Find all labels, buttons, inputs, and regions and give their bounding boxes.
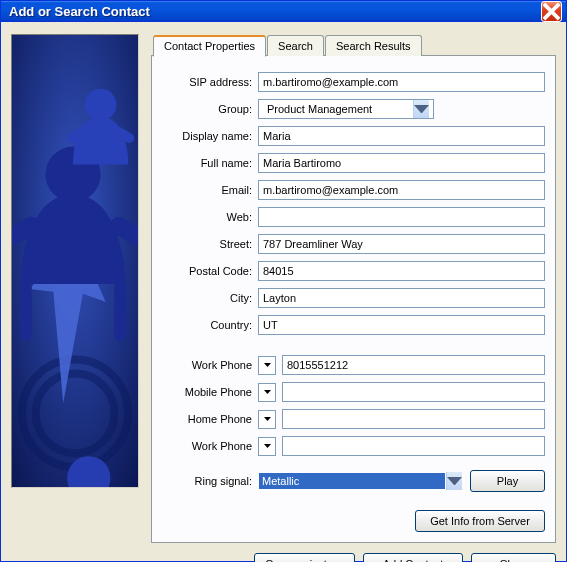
- home-phone-type-dropdown[interactable]: [258, 410, 276, 429]
- work-phone-2-input[interactable]: [282, 436, 545, 456]
- window-title: Add or Search Contact: [9, 4, 541, 19]
- bottom-bar: Communicate Add Contact Close: [11, 543, 556, 562]
- row-work-phone-2: Work Phone: [162, 434, 545, 458]
- tabs-panel: Contact Properties Search Search Results…: [151, 34, 556, 543]
- mobile-phone-type-dropdown[interactable]: [258, 383, 276, 402]
- row-display-name: Display name:: [162, 124, 545, 148]
- label-email: Email:: [162, 184, 258, 196]
- label-group: Group:: [162, 103, 258, 115]
- content-area: Contact Properties Search Search Results…: [1, 22, 566, 562]
- titlebar: Add or Search Contact: [1, 1, 566, 22]
- ring-combo[interactable]: Metallic: [258, 471, 462, 492]
- chevron-down-icon: [413, 100, 429, 118]
- tab-search[interactable]: Search: [267, 35, 324, 56]
- email-input[interactable]: [258, 180, 545, 200]
- mobile-phone-input[interactable]: [282, 382, 545, 402]
- communicate-button[interactable]: Communicate: [254, 553, 355, 562]
- work-phone-input[interactable]: [282, 355, 545, 375]
- chevron-down-icon: [337, 558, 344, 562]
- tab-strip: Contact Properties Search Search Results: [153, 34, 556, 55]
- add-contact-button[interactable]: Add Contact: [363, 553, 463, 562]
- row-home-phone: Home Phone: [162, 407, 545, 431]
- label-country: Country:: [162, 319, 258, 331]
- label-full-name: Full name:: [162, 157, 258, 169]
- label-ring: Ring signal:: [162, 475, 258, 487]
- row-group: Group: Product Management: [162, 97, 545, 121]
- label-display-name: Display name:: [162, 130, 258, 142]
- row-email: Email:: [162, 178, 545, 202]
- label-sip: SIP address:: [162, 76, 258, 88]
- group-combo[interactable]: Product Management: [258, 99, 434, 119]
- play-button[interactable]: Play: [470, 470, 545, 492]
- tab-contact-properties[interactable]: Contact Properties: [153, 35, 266, 57]
- row-city: City:: [162, 286, 545, 310]
- row-sip: SIP address:: [162, 70, 545, 94]
- communicate-label: Communicate: [265, 558, 333, 562]
- street-input[interactable]: [258, 234, 545, 254]
- label-work-phone: Work Phone: [162, 359, 258, 371]
- label-street: Street:: [162, 238, 258, 250]
- home-phone-input[interactable]: [282, 409, 545, 429]
- row-full-name: Full name:: [162, 151, 545, 175]
- spacer: [162, 340, 545, 350]
- get-info-button[interactable]: Get Info from Server: [415, 510, 545, 532]
- label-postal: Postal Code:: [162, 265, 258, 277]
- close-icon[interactable]: [541, 1, 562, 22]
- row-work-phone: Work Phone: [162, 353, 545, 377]
- work-phone-type-dropdown[interactable]: [258, 356, 276, 375]
- row-mobile-phone: Mobile Phone: [162, 380, 545, 404]
- label-mobile-phone: Mobile Phone: [162, 386, 258, 398]
- work-phone-2-type-dropdown[interactable]: [258, 437, 276, 456]
- full-name-input[interactable]: [258, 153, 545, 173]
- sidebar-illustration: [11, 34, 139, 488]
- close-button[interactable]: Close: [471, 553, 556, 562]
- group-value: Product Management: [263, 103, 413, 115]
- row-postal: Postal Code:: [162, 259, 545, 283]
- main-area: Contact Properties Search Search Results…: [11, 34, 556, 543]
- row-get-info: Get Info from Server: [162, 510, 545, 532]
- row-street: Street:: [162, 232, 545, 256]
- chevron-down-icon: [446, 472, 462, 490]
- tab-body: SIP address: Group: Product Management: [151, 55, 556, 543]
- web-input[interactable]: [258, 207, 545, 227]
- sip-input[interactable]: [258, 72, 545, 92]
- ring-value: Metallic: [259, 473, 445, 489]
- label-web: Web:: [162, 211, 258, 223]
- label-work-phone-2: Work Phone: [162, 440, 258, 452]
- svg-point-6: [85, 89, 117, 121]
- row-country: Country:: [162, 313, 545, 337]
- country-input[interactable]: [258, 315, 545, 335]
- postal-input[interactable]: [258, 261, 545, 281]
- tab-search-results[interactable]: Search Results: [325, 35, 422, 56]
- row-web: Web:: [162, 205, 545, 229]
- label-home-phone: Home Phone: [162, 413, 258, 425]
- row-ring-signal: Ring signal: Metallic Play: [162, 469, 545, 493]
- dialog-window: Add or Search Contact: [0, 0, 567, 562]
- label-city: City:: [162, 292, 258, 304]
- city-input[interactable]: [258, 288, 545, 308]
- display-name-input[interactable]: [258, 126, 545, 146]
